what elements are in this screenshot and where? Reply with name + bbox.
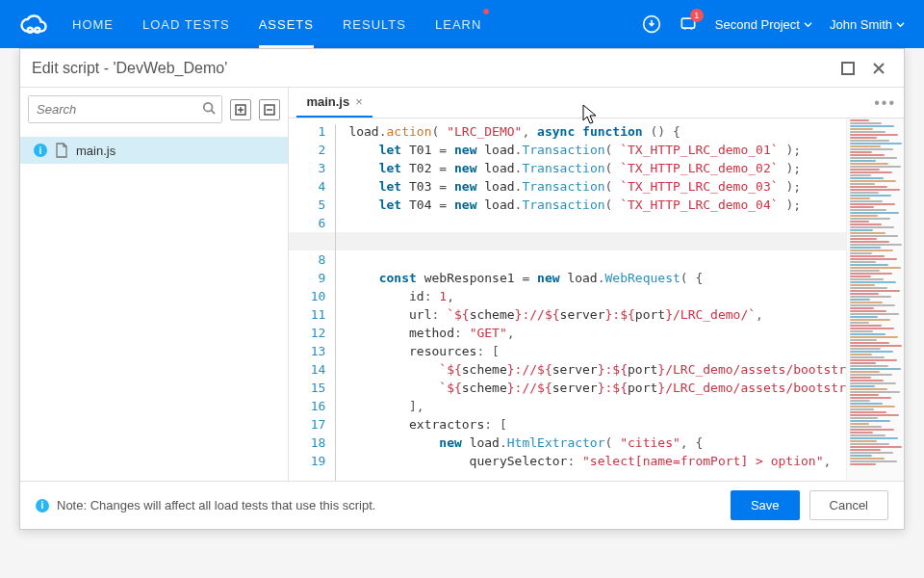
code-line[interactable]: `${scheme}://${server}:${port}/LRC_demo/… — [348, 379, 846, 397]
line-number: 6 — [289, 214, 325, 232]
line-number: 5 — [289, 196, 325, 214]
code-line[interactable]: `${scheme}://${server}:${port}/LRC_demo/… — [348, 360, 846, 379]
line-number: 9 — [289, 269, 325, 287]
line-number: 2 — [289, 141, 325, 159]
footer-note-text: Note: Changes will affect all load tests… — [57, 498, 375, 512]
expand-all-button[interactable] — [230, 99, 251, 120]
edit-script-dialog: Edit script - 'DevWeb_Demo' — [19, 48, 905, 530]
notifications-icon[interactable]: 1 — [679, 14, 698, 34]
nav-item-learn[interactable]: LEARN — [435, 1, 481, 48]
line-number: 8 — [289, 250, 325, 269]
notification-dot-icon — [483, 9, 489, 14]
file-tree: i main.js — [20, 131, 288, 170]
code-line[interactable] — [348, 232, 846, 250]
code-line[interactable]: let T02 = new load.Transaction( `TX_HTTP… — [348, 159, 846, 177]
info-icon: i — [36, 499, 49, 512]
line-number: 12 — [289, 324, 325, 342]
dialog-footer: i Note: Changes will affect all load tes… — [20, 481, 904, 529]
search-icon[interactable] — [202, 101, 216, 115]
file-icon — [55, 143, 68, 158]
code-line[interactable] — [348, 214, 846, 232]
nav-item-home[interactable]: HOME — [72, 1, 114, 48]
user-dropdown[interactable]: John Smith — [830, 17, 905, 32]
code-lines[interactable]: load.action( "LRC_DEMO", async function … — [345, 118, 846, 481]
notifications-badge: 1 — [690, 9, 704, 22]
nav-item-assets[interactable]: ASSETS — [259, 1, 314, 48]
code-line[interactable]: let T03 = new load.Transaction( `TX_HTTP… — [348, 177, 846, 196]
project-name: Second Project — [715, 17, 800, 32]
line-number: 16 — [289, 397, 325, 415]
dialog-title: Edit script - 'DevWeb_Demo' — [32, 60, 831, 77]
tab-close-icon[interactable]: × — [355, 94, 363, 109]
line-number: 19 — [289, 452, 325, 470]
svg-rect-4 — [842, 63, 854, 74]
line-number: 10 — [289, 287, 325, 305]
line-number: 1 — [289, 122, 325, 141]
fold-bar — [331, 118, 345, 481]
collapse-all-button[interactable] — [259, 99, 280, 120]
save-button[interactable]: Save — [731, 490, 800, 520]
code-line[interactable]: url: `${scheme}://${server}:${port}/LRC_… — [348, 305, 846, 324]
code-line[interactable]: extractors: [ — [348, 415, 846, 434]
svg-point-5 — [204, 103, 213, 112]
nav-item-results[interactable]: RESULTS — [343, 1, 406, 48]
file-panel: i main.js — [20, 88, 289, 481]
editor-menu-icon[interactable]: ••• — [874, 94, 896, 112]
file-item-main-js[interactable]: i main.js — [20, 137, 288, 164]
top-nav: HOMELOAD TESTSASSETSRESULTSLEARN 1 Secon… — [0, 0, 924, 48]
nav-items: HOMELOAD TESTSASSETSRESULTSLEARN — [72, 1, 642, 48]
file-label: main.js — [76, 144, 116, 158]
editor-panel: main.js × ••• 12345678910111213141516171… — [289, 88, 904, 481]
line-number: 15 — [289, 379, 325, 397]
code-line[interactable] — [348, 250, 846, 269]
line-number: 14 — [289, 360, 325, 379]
tab-row: main.js × ••• — [289, 88, 904, 118]
code-line[interactable]: method: "GET", — [348, 324, 846, 342]
code-area[interactable]: 12345678910111213141516171819 load.actio… — [289, 118, 904, 481]
maximize-button[interactable] — [834, 55, 861, 82]
line-number: 17 — [289, 415, 325, 434]
user-name: John Smith — [830, 17, 892, 32]
download-icon[interactable] — [642, 14, 661, 34]
line-number: 4 — [289, 177, 325, 196]
code-line[interactable]: new load.HtmlExtractor( "cities", { — [348, 434, 846, 452]
line-gutter: 12345678910111213141516171819 — [289, 118, 331, 481]
dialog-header: Edit script - 'DevWeb_Demo' — [20, 49, 904, 88]
line-number: 18 — [289, 434, 325, 452]
line-number: 3 — [289, 159, 325, 177]
search-wrap — [28, 95, 222, 123]
line-number: 11 — [289, 305, 325, 324]
code-line[interactable]: querySelector: "select[name=fromPort] > … — [348, 452, 846, 470]
tab-main-js[interactable]: main.js × — [296, 88, 372, 118]
tab-label: main.js — [306, 94, 349, 109]
close-button[interactable] — [865, 55, 892, 82]
cancel-button[interactable]: Cancel — [809, 490, 888, 520]
search-input[interactable] — [29, 96, 221, 122]
info-icon: i — [34, 144, 47, 157]
nav-item-load-tests[interactable]: LOAD TESTS — [142, 1, 230, 48]
code-line[interactable]: id: 1, — [348, 287, 846, 305]
app-logo-icon — [19, 10, 48, 39]
code-line[interactable]: let T01 = new load.Transaction( `TX_HTTP… — [348, 141, 846, 159]
project-dropdown[interactable]: Second Project — [715, 17, 812, 32]
code-line[interactable]: const webResponse1 = new load.WebRequest… — [348, 269, 846, 287]
minimap[interactable] — [846, 118, 904, 481]
code-line[interactable]: resources: [ — [348, 342, 846, 360]
code-line[interactable]: load.action( "LRC_DEMO", async function … — [348, 122, 846, 141]
footer-note: i Note: Changes will affect all load tes… — [36, 498, 721, 512]
code-line[interactable]: let T04 = new load.Transaction( `TX_HTTP… — [348, 196, 846, 214]
code-line[interactable]: ], — [348, 397, 846, 415]
nav-right: 1 Second Project John Smith — [642, 14, 905, 34]
line-number: 13 — [289, 342, 325, 360]
